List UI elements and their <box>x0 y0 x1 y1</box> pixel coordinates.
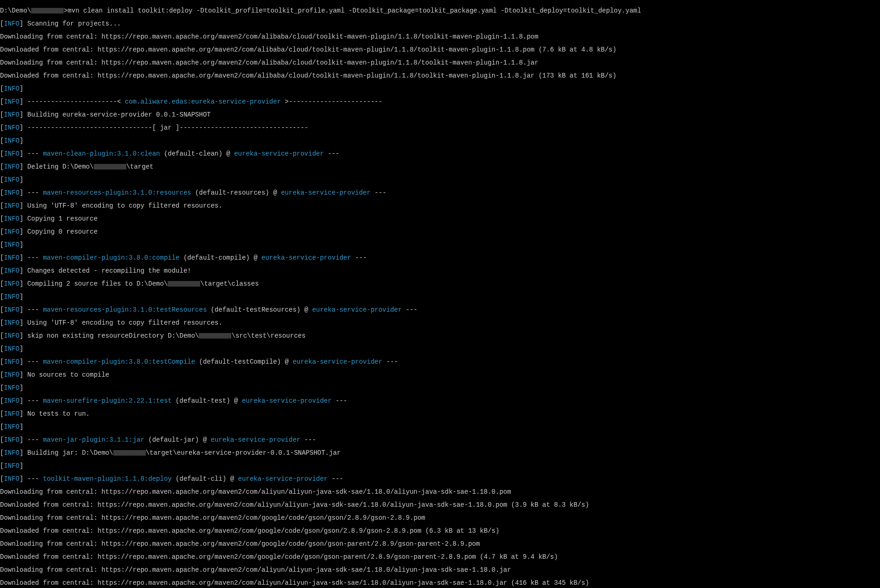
redacted-path <box>199 333 231 339</box>
download-line: Downloaded from central: https://repo.ma… <box>0 528 880 534</box>
download-line: Downloaded from central: https://repo.ma… <box>0 72 880 79</box>
redacted-path <box>31 8 64 13</box>
download-line: Downloaded from central: https://repo.ma… <box>0 580 880 586</box>
plugin-toolkit: toolkit-maven-plugin:1.1.8:deploy <box>43 475 171 483</box>
terminal-output[interactable]: D:\Demo\>mvn clean install toolkit:deplo… <box>0 0 880 588</box>
download-line: Downloading from central: https://repo.m… <box>0 489 880 495</box>
download-line: Downloaded from central: https://repo.ma… <box>0 46 880 53</box>
level-info: INFO <box>4 20 20 27</box>
download-line: Downloading from central: https://repo.m… <box>0 33 880 40</box>
plugin-surefire: maven-surefire-plugin:2.22.1:test <box>43 397 171 405</box>
download-line: Downloading from central: https://repo.m… <box>0 515 880 521</box>
download-line: Downloading from central: https://repo.m… <box>0 567 880 573</box>
download-line: Downloading from central: https://repo.m… <box>0 541 880 547</box>
prompt-line: D:\Demo\>mvn clean install toolkit:deplo… <box>0 7 880 14</box>
download-line: Downloaded from central: https://repo.ma… <box>0 502 880 508</box>
plugin-jar: maven-jar-plugin:3.1.1:jar <box>43 436 144 444</box>
redacted-path <box>113 450 146 456</box>
redacted-path <box>168 281 200 287</box>
project-link: com.aliware.edas:eureka-service-provider <box>125 98 281 105</box>
plugin-compile: maven-compiler-plugin:3.8.0:compile <box>43 254 179 261</box>
plugin-testcompile: maven-compiler-plugin:3.8.0:testCompile <box>43 358 195 366</box>
redacted-path <box>94 164 126 170</box>
plugin-clean: maven-clean-plugin:3.1.0:clean <box>43 150 160 157</box>
plugin-testresources: maven-resources-plugin:3.1.0:testResourc… <box>43 306 207 314</box>
download-line: Downloaded from central: https://repo.ma… <box>0 554 880 560</box>
plugin-resources: maven-resources-plugin:3.1.0:resources <box>43 189 191 196</box>
download-line: Downloading from central: https://repo.m… <box>0 59 880 66</box>
